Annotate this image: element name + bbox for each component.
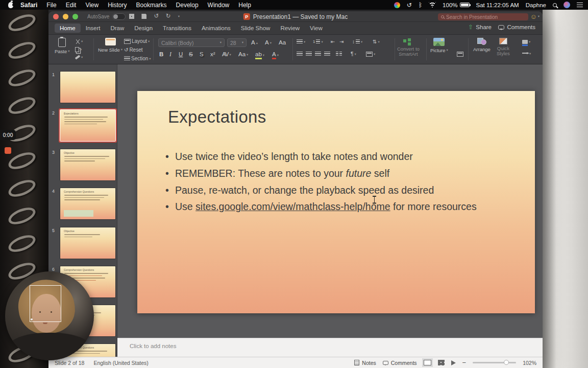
tab-design[interactable]: Design [129,24,158,33]
underline-button[interactable]: U [179,52,183,58]
menu-file[interactable]: File [42,2,61,9]
siri-icon[interactable] [564,2,570,8]
zoom-out-button[interactable]: − [462,359,467,366]
clear-formatting-button[interactable]: Aa [279,40,286,46]
menu-clock[interactable]: Sat 11:22:05 AM [476,2,519,8]
quick-styles-button[interactable]: Quick Styles [497,38,510,56]
grow-font-button[interactable]: A▴ [251,40,258,46]
spotlight-icon[interactable] [553,3,557,7]
save-icon[interactable] [141,14,146,19]
increase-indent-button[interactable]: ⇥ [339,39,344,44]
slide-sorter-view-button[interactable] [438,360,445,365]
zoom-level[interactable]: 102% [523,360,536,366]
highlight-color-button[interactable]: ab▾ [255,52,264,59]
apple-menu-icon[interactable] [8,2,13,8]
align-right-button[interactable] [315,52,321,57]
menu-history[interactable]: History [103,2,131,9]
align-text-button[interactable]: ¶▾ [351,52,356,57]
columns-button[interactable] [336,52,342,57]
text-shadow-button[interactable]: S [200,52,204,58]
redo-icon[interactable]: ↻ [166,13,171,19]
font-name-select[interactable]: Calibri (Body)▾ [158,38,225,47]
bullets-button[interactable]: ▾ [297,39,305,44]
tab-review[interactable]: Review [275,24,305,33]
menu-edit[interactable]: Edit [61,2,81,9]
thumbnail-slide-2[interactable]: Expectations [60,110,115,141]
arrange-button[interactable]: Arrange [473,38,491,52]
numbering-button[interactable]: 1▾ [313,39,323,44]
menu-develop[interactable]: Develop [172,2,203,9]
language-indicator[interactable]: English (United States) [93,360,148,366]
tab-view[interactable]: View [305,24,328,33]
bold-button[interactable]: B [159,52,163,58]
character-spacing-button[interactable]: AV▾ [222,52,231,58]
slide-title[interactable]: Expectations [168,107,266,127]
feedback-button[interactable]: ☺▾ [530,13,540,20]
slide-body-text[interactable]: Use twice the video’s length to take not… [175,148,522,215]
decrease-indent-button[interactable]: ⇤ [331,39,335,44]
menu-bookmarks[interactable]: Bookmarks [132,2,172,9]
change-case-button[interactable]: Aa▾ [238,52,248,58]
toolbar-more-icon[interactable]: ▾ [178,15,180,18]
time-machine-icon[interactable]: ↺ [407,2,412,8]
undo-icon[interactable]: ↺ [154,13,159,19]
paste-button[interactable]: Paste▾ [55,38,70,54]
menu-window[interactable]: Window [203,2,234,9]
font-size-select[interactable]: 28▾ [227,38,247,47]
shape-outline-button[interactable]: ▾ [522,52,531,56]
close-button[interactable] [53,14,59,19]
zoom-slider-knob[interactable] [504,360,509,365]
thumbnail-slide-3[interactable]: Objective [60,149,115,180]
autosave-toggle[interactable] [112,13,126,20]
format-painter-button[interactable]: ▾ [75,56,83,59]
tab-transitions[interactable]: Transitions [158,24,197,33]
search-field[interactable] [438,13,528,20]
menu-user[interactable]: Daphne [526,2,546,8]
font-color-button[interactable]: A▾ [272,52,279,59]
tab-home[interactable]: Home [55,24,81,33]
layout-button[interactable]: Layout▾ [124,39,150,44]
fullscreen-button[interactable] [72,14,78,19]
thumbnail-slide-4[interactable]: Comprehension Questions [60,188,115,219]
battery-indicator[interactable]: 100% [443,2,469,8]
convert-to-smartart-button[interactable]: Convert to SmartArt [397,38,420,57]
strikethrough-button[interactable]: S [189,52,193,58]
shrink-font-button[interactable]: A▾ [265,40,272,46]
pinwheel-icon[interactable] [394,2,400,8]
menu-app-name[interactable]: Safari [16,2,42,9]
text-direction-button[interactable]: ⇅▾ [373,39,380,44]
tab-slide-show[interactable]: Slide Show [236,24,276,33]
photo-placeholder-button[interactable] [457,52,463,57]
slide-canvas[interactable]: Expectations Use twice the video’s lengt… [117,64,543,338]
share-button[interactable]: ⇧ Share [468,24,492,30]
slideshow-view-button[interactable] [451,360,456,365]
minimize-button[interactable] [63,14,68,19]
cut-button[interactable]: ▾ [75,39,83,44]
tab-insert[interactable]: Insert [81,24,106,33]
picture-button[interactable]: Picture▾ [430,38,448,53]
italic-button[interactable]: I [169,52,172,58]
justify-button[interactable] [324,52,330,57]
insert-table-button[interactable]: ▾ [366,52,375,57]
recording-stop-button[interactable] [5,147,11,154]
comments-toggle-button[interactable]: Comments [383,360,417,366]
thumbnail-slide-5[interactable]: Objective [60,227,115,259]
align-center-button[interactable] [306,52,312,57]
thumbnail-slide-1[interactable] [60,72,115,103]
new-slide-button[interactable]: New Slide▾ [98,38,122,53]
line-spacing-button[interactable]: ↕▾ [352,39,362,44]
wifi-icon[interactable] [429,2,436,8]
reset-button[interactable]: ↺Reset [124,48,143,53]
shape-fill-button[interactable]: ▾ [522,40,530,44]
presentation-search-input[interactable] [446,14,525,20]
tab-animations[interactable]: Animations [197,24,236,33]
notes-pane[interactable]: Click to add notes [117,338,543,357]
slide[interactable]: Expectations Use twice the video’s lengt… [137,91,535,313]
menu-list-icon[interactable] [577,3,583,7]
copy-button[interactable]: ▾ [75,47,82,52]
comments-button[interactable]: Comments [498,24,535,30]
tab-draw[interactable]: Draw [105,24,129,33]
superscript-button[interactable]: x² [210,52,215,58]
bluetooth-icon[interactable]: ᛒ [419,2,422,8]
apps-grid-icon[interactable] [129,14,134,19]
